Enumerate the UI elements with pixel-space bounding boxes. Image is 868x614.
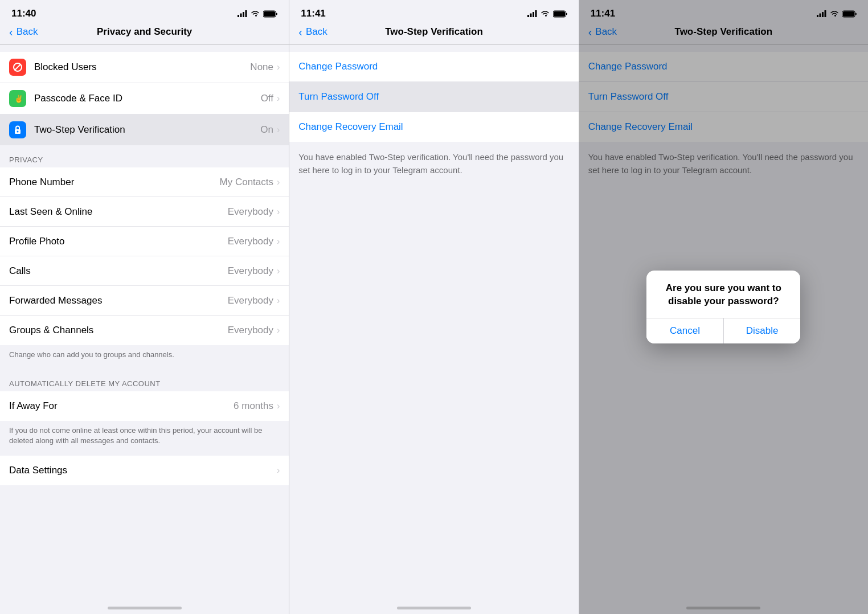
- dialog-buttons: Cancel Disable: [646, 318, 800, 343]
- status-time-1: 11:40: [11, 8, 36, 19]
- back-button-2[interactable]: ‹ Back: [298, 26, 327, 39]
- back-label-1: Back: [17, 26, 38, 38]
- change-recovery-email-label-2: Change Recovery Email: [298, 121, 403, 133]
- nav-title-2: Two-Step Verification: [385, 26, 483, 38]
- passcode-icon: ✌: [9, 90, 26, 107]
- passcode-face-id-item[interactable]: ✌ Passcode & Face ID Off ›: [0, 83, 289, 114]
- turn-password-off-label-2: Turn Password Off: [298, 91, 379, 103]
- chevron-left-icon-2: ‹: [298, 26, 302, 39]
- phone-number-label: Phone Number: [9, 177, 220, 188]
- passcode-value: Off: [261, 93, 273, 104]
- phone-number-item[interactable]: Phone Number My Contacts ›: [0, 167, 289, 197]
- home-indicator-2: [397, 607, 471, 609]
- dialog-box: Are you sure you want to disable your pa…: [646, 271, 800, 343]
- svg-rect-13: [533, 12, 534, 17]
- svg-point-10: [17, 131, 19, 133]
- svg-rect-3: [245, 10, 247, 17]
- groups-channels-item[interactable]: Groups & Channels Everybody ›: [0, 316, 289, 345]
- privacy-section-label: PRIVACY: [0, 145, 289, 167]
- back-label-2: Back: [306, 26, 327, 38]
- nav-bar-1: ‹ Back Privacy and Security: [0, 24, 289, 44]
- auto-delete-section-label: AUTOMATICALLY DELETE MY ACCOUNT: [0, 369, 289, 391]
- blocked-users-label: Blocked Users: [34, 62, 250, 73]
- settings-list-1: Blocked Users None › ✌ Passcode & Face I…: [0, 52, 289, 145]
- signal-icon-2: [527, 10, 537, 17]
- data-settings-label: Data Settings: [9, 465, 277, 476]
- home-indicator-1: [108, 607, 182, 609]
- turn-password-off-item-2[interactable]: Turn Password Off: [289, 82, 578, 112]
- change-password-item-2[interactable]: Change Password: [289, 52, 578, 82]
- phone-number-chevron: ›: [277, 177, 280, 187]
- change-recovery-email-item-2[interactable]: Change Recovery Email: [289, 112, 578, 142]
- if-away-for-item[interactable]: If Away For 6 months ›: [0, 391, 289, 421]
- profile-photo-label: Profile Photo: [9, 236, 228, 247]
- wifi-icon-2: [541, 10, 550, 17]
- cancel-button[interactable]: Cancel: [646, 318, 723, 343]
- status-time-2: 11:41: [301, 8, 325, 19]
- calls-chevron: ›: [277, 266, 280, 276]
- svg-rect-0: [238, 15, 239, 17]
- tsv-description-2: You have enabled Two-Step verification. …: [289, 142, 578, 186]
- calls-item[interactable]: Calls Everybody ›: [0, 256, 289, 286]
- profile-photo-chevron: ›: [277, 236, 280, 247]
- svg-text:✌: ✌: [14, 94, 22, 103]
- last-seen-chevron: ›: [277, 207, 280, 217]
- battery-icon-1: [263, 10, 277, 18]
- forwarded-messages-label: Forwarded Messages: [9, 295, 228, 306]
- if-away-for-label: If Away For: [9, 400, 234, 412]
- svg-rect-16: [554, 11, 565, 17]
- profile-photo-item[interactable]: Profile Photo Everybody ›: [0, 227, 289, 256]
- auto-delete-footer: If you do not come online at least once …: [0, 421, 289, 455]
- svg-rect-12: [530, 14, 531, 18]
- groups-channels-value: Everybody: [228, 325, 273, 336]
- blocked-users-chevron: ›: [277, 62, 280, 72]
- if-away-for-chevron: ›: [277, 401, 280, 411]
- two-step-value: On: [260, 124, 273, 136]
- back-button-1[interactable]: ‹ Back: [9, 26, 38, 39]
- dialog-overlay: Are you sure you want to disable your pa…: [579, 0, 868, 614]
- panel-content-2: Change Password Turn Password Off Change…: [289, 45, 578, 614]
- status-icons-2: [527, 10, 567, 18]
- forwarded-messages-value: Everybody: [228, 295, 273, 306]
- data-settings-chevron: ›: [277, 465, 280, 476]
- groups-channels-chevron: ›: [277, 325, 280, 335]
- data-settings-item[interactable]: Data Settings ›: [0, 456, 289, 485]
- dialog-content: Are you sure you want to disable your pa…: [646, 271, 800, 317]
- nav-bar-2: ‹ Back Two-Step Verification: [289, 24, 578, 44]
- status-icons-1: [238, 10, 277, 18]
- panel-content-1: Blocked Users None › ✌ Passcode & Face I…: [0, 45, 289, 614]
- dialog-title: Are you sure you want to disable your pa…: [656, 282, 791, 307]
- disable-button[interactable]: Disable: [723, 318, 801, 343]
- status-bar-2: 11:41: [289, 0, 578, 24]
- panel-two-step-dialog: 11:41 ‹ Back Two-Step: [579, 0, 868, 614]
- passcode-label: Passcode & Face ID: [34, 93, 261, 104]
- svg-rect-5: [264, 11, 275, 17]
- spacer-top-1: [0, 45, 289, 52]
- spacer-top-2: [289, 45, 578, 52]
- blocked-users-item[interactable]: Blocked Users None ›: [0, 52, 289, 83]
- panel-two-step-verification: 11:41 ‹ Back Two-Step: [289, 0, 578, 614]
- svg-rect-11: [527, 15, 529, 17]
- groups-channels-label: Groups & Channels: [9, 325, 228, 336]
- privacy-section-footer: Change who can add you to groups and cha…: [0, 345, 289, 369]
- svg-rect-1: [240, 14, 242, 18]
- calls-label: Calls: [9, 265, 228, 277]
- if-away-for-value: 6 months: [234, 400, 273, 412]
- nav-title-1: Privacy and Security: [97, 26, 192, 38]
- change-password-label-2: Change Password: [298, 61, 378, 72]
- forwarded-messages-chevron: ›: [277, 296, 280, 306]
- blocked-users-value: None: [250, 62, 273, 73]
- two-step-item[interactable]: Two-Step Verification On ›: [0, 114, 289, 145]
- two-step-icon: [9, 121, 26, 138]
- forwarded-messages-item[interactable]: Forwarded Messages Everybody ›: [0, 286, 289, 316]
- last-seen-item[interactable]: Last Seen & Online Everybody ›: [0, 197, 289, 227]
- status-bar-1: 11:40: [0, 0, 289, 24]
- chevron-left-icon-1: ‹: [9, 26, 13, 39]
- wifi-icon-1: [251, 10, 260, 17]
- phone-number-value: My Contacts: [220, 177, 273, 188]
- last-seen-label: Last Seen & Online: [9, 206, 228, 218]
- profile-photo-value: Everybody: [228, 236, 273, 247]
- tsv-menu-2: Change Password Turn Password Off Change…: [289, 52, 578, 142]
- svg-rect-14: [535, 10, 537, 17]
- signal-icon-1: [238, 10, 247, 17]
